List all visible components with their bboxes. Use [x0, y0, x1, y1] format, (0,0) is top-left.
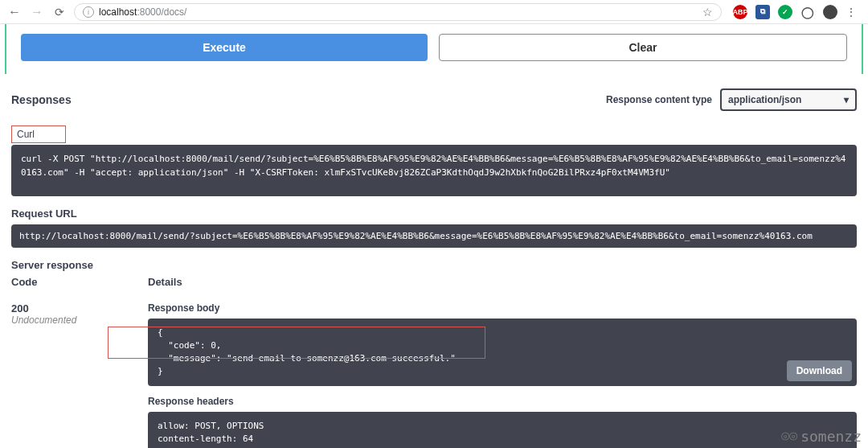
extension-check-icon[interactable]: ✓ — [778, 5, 792, 19]
code-header: Code — [11, 276, 148, 288]
response-code-desc: Undocumented — [11, 314, 148, 326]
request-url-label: Request URL — [11, 208, 857, 220]
site-info-icon[interactable]: i — [83, 6, 94, 18]
download-button[interactable]: Download — [787, 360, 852, 381]
extension-icon[interactable]: ⧉ — [755, 5, 770, 19]
reload-button[interactable]: ⟳ — [51, 6, 68, 18]
code-cell: 200 Undocumented — [11, 302, 148, 448]
server-response-label: Server response — [11, 259, 857, 271]
responses-header: Responses Response content type applicat… — [0, 80, 868, 119]
extensions-area: ABP ⧉ ✓ ◯ ⋮ — [728, 5, 862, 19]
content-type-label: Response content type — [606, 94, 712, 105]
details-header: Details — [148, 276, 857, 288]
page-content: Execute Clear Responses Response content… — [0, 24, 868, 448]
bookmark-star-icon[interactable]: ☆ — [702, 6, 713, 18]
responses-title: Responses — [11, 93, 72, 106]
request-url-box: http://localhost:8000/mail/send/?subject… — [11, 224, 857, 248]
response-code: 200 — [11, 302, 148, 314]
profile-avatar-icon[interactable] — [823, 5, 837, 19]
details-cell: Response body { "code": 0, "message": "s… — [148, 302, 857, 448]
forward-button[interactable]: → — [29, 5, 45, 19]
content-type-select[interactable]: application/json — [720, 88, 857, 111]
curl-section: Curl curl -X POST "http://localhost:8000… — [0, 119, 868, 448]
response-row: 200 Undocumented Response body { "code":… — [11, 302, 857, 448]
execute-button[interactable]: Execute — [21, 34, 428, 61]
response-headers-label: Response headers — [148, 396, 857, 407]
browser-toolbar: ← → ⟳ i localhost:8000/docs/ ☆ ABP ⧉ ✓ ◯… — [0, 0, 868, 24]
curl-label: Curl — [11, 125, 66, 143]
shield-icon[interactable]: ◯ — [800, 5, 815, 19]
browser-menu-icon[interactable]: ⋮ — [845, 6, 857, 18]
response-body-wrap: { "code": 0, "message": "send email to s… — [148, 319, 857, 386]
response-body-label: Response body — [148, 302, 857, 314]
curl-command-box: curl -X POST "http://localhost:8000/mail… — [11, 145, 857, 196]
operation-block: Execute Clear — [5, 24, 863, 74]
adblock-icon[interactable]: ABP — [733, 5, 747, 19]
action-buttons-row: Execute Clear — [6, 24, 862, 74]
address-bar[interactable]: i localhost:8000/docs/ ☆ — [74, 3, 722, 21]
clear-button[interactable]: Clear — [439, 34, 847, 61]
response-table-header: Code Details — [11, 276, 857, 288]
content-type-wrap: Response content type application/json — [606, 88, 857, 111]
response-headers-box: allow: POST, OPTIONS content-length: 64 … — [148, 412, 857, 448]
response-body-box: { "code": 0, "message": "send email to s… — [148, 319, 857, 386]
back-button[interactable]: ← — [6, 5, 23, 19]
url-text: localhost:8000/docs/ — [99, 6, 186, 18]
